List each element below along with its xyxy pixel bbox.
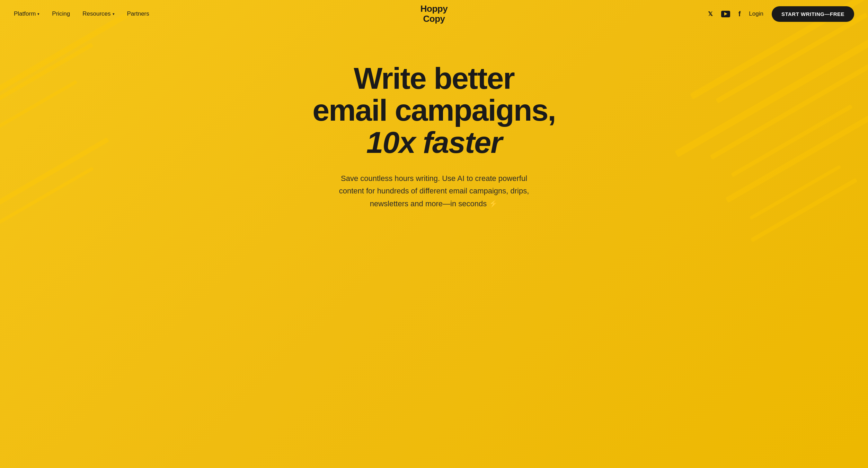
hero-background: Platform ▾ Pricing Resources ▾ Partners … (0, 0, 868, 468)
logo-text: Hoppy Copy (420, 4, 448, 24)
hero-section: Write better email campaigns, 10x faster… (0, 28, 868, 231)
resources-label: Resources (82, 10, 110, 17)
nav-right: 𝕏 f Login START WRITING—FREE (708, 6, 854, 22)
resources-chevron-icon: ▾ (113, 12, 115, 16)
navbar: Platform ▾ Pricing Resources ▾ Partners … (0, 0, 868, 28)
start-writing-button[interactable]: START WRITING—FREE (772, 6, 854, 22)
nav-pricing[interactable]: Pricing (52, 10, 70, 17)
partners-label: Partners (127, 10, 149, 17)
pricing-label: Pricing (52, 10, 70, 17)
nav-partners[interactable]: Partners (127, 10, 149, 17)
hero-headline: Write better email campaigns, 10x faster (312, 62, 556, 158)
nav-resources[interactable]: Resources ▾ (82, 10, 114, 17)
facebook-icon[interactable]: f (738, 10, 741, 18)
platform-chevron-icon: ▾ (37, 12, 39, 16)
hero-subtext: Save countless hours writing. Use AI to … (337, 172, 531, 210)
login-link[interactable]: Login (749, 10, 763, 17)
hero-headline-italic: 10x faster (366, 125, 502, 159)
logo[interactable]: Hoppy Copy (420, 4, 448, 24)
nav-platform[interactable]: Platform ▾ (14, 10, 39, 17)
youtube-icon[interactable] (721, 11, 730, 17)
x-social-icon[interactable]: 𝕏 (708, 10, 713, 18)
platform-label: Platform (14, 10, 36, 17)
youtube-play-icon (721, 11, 730, 17)
nav-left: Platform ▾ Pricing Resources ▾ Partners (14, 10, 149, 17)
